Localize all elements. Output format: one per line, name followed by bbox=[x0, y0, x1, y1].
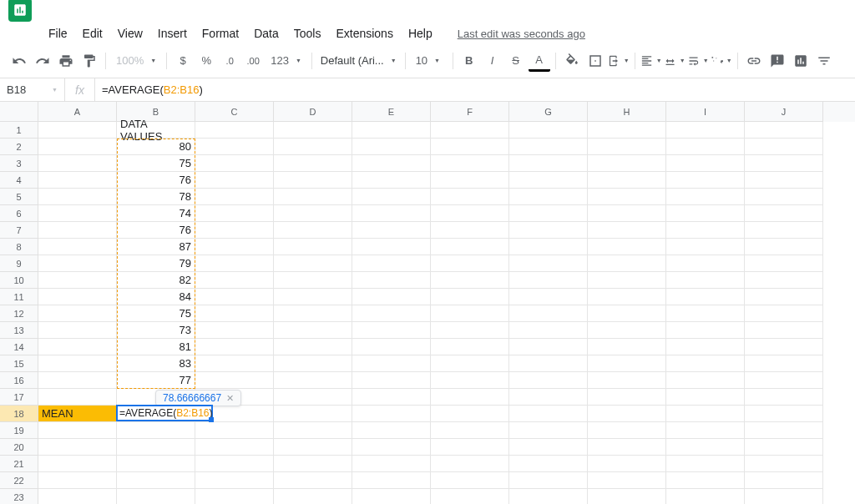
rotate-button[interactable] bbox=[711, 50, 732, 72]
cell-C10[interactable] bbox=[195, 272, 274, 289]
cell-F22[interactable] bbox=[431, 472, 509, 489]
col-header-J[interactable]: J bbox=[745, 102, 823, 122]
row-header-18[interactable]: 18 bbox=[0, 406, 38, 422]
cell-H2[interactable] bbox=[588, 139, 666, 155]
cell-I18[interactable] bbox=[666, 406, 745, 422]
cell-J21[interactable] bbox=[745, 456, 823, 472]
cell-G15[interactable] bbox=[509, 355, 588, 372]
borders-button[interactable] bbox=[584, 50, 606, 72]
cell-B21[interactable] bbox=[117, 456, 195, 472]
cell-I22[interactable] bbox=[666, 472, 745, 489]
cell-E7[interactable] bbox=[352, 222, 431, 239]
cell-E20[interactable] bbox=[352, 439, 431, 456]
cell-G3[interactable] bbox=[509, 155, 588, 172]
select-all-corner[interactable] bbox=[0, 102, 38, 122]
cell-I12[interactable] bbox=[666, 305, 745, 322]
cell-H15[interactable] bbox=[588, 355, 666, 372]
cell-I9[interactable] bbox=[666, 255, 745, 272]
grid[interactable]: DATA VALUES80757678747687798284757381837… bbox=[38, 122, 823, 504]
menu-view[interactable]: View bbox=[111, 23, 149, 43]
cell-A14[interactable] bbox=[38, 339, 117, 355]
decrease-decimal-button[interactable]: .0 bbox=[219, 50, 240, 72]
undo-button[interactable] bbox=[8, 50, 30, 72]
cell-F1[interactable] bbox=[431, 122, 509, 139]
cell-I11[interactable] bbox=[666, 289, 745, 305]
cell-H5[interactable] bbox=[588, 189, 666, 205]
cell-F20[interactable] bbox=[431, 439, 509, 456]
cell-B14[interactable]: 81 bbox=[117, 339, 195, 355]
cell-J3[interactable] bbox=[745, 155, 823, 172]
row-header-7[interactable]: 7 bbox=[0, 222, 38, 239]
cell-C5[interactable] bbox=[195, 189, 274, 205]
cell-A4[interactable] bbox=[38, 172, 117, 189]
cell-I2[interactable] bbox=[666, 139, 745, 155]
cell-B22[interactable] bbox=[117, 472, 195, 489]
merge-button[interactable] bbox=[608, 50, 630, 72]
zoom-select[interactable]: 100% bbox=[111, 54, 161, 67]
cell-D3[interactable] bbox=[274, 155, 352, 172]
cell-E16[interactable] bbox=[352, 372, 431, 389]
cell-G18[interactable] bbox=[509, 406, 588, 422]
menu-file[interactable]: File bbox=[42, 23, 74, 43]
cell-C16[interactable] bbox=[195, 372, 274, 389]
cell-B12[interactable]: 75 bbox=[117, 305, 195, 322]
cell-A12[interactable] bbox=[38, 305, 117, 322]
cell-F19[interactable] bbox=[431, 422, 509, 439]
cell-J16[interactable] bbox=[745, 372, 823, 389]
cell-F4[interactable] bbox=[431, 172, 509, 189]
cell-B13[interactable]: 73 bbox=[117, 322, 195, 339]
cell-G14[interactable] bbox=[509, 339, 588, 355]
cell-A21[interactable] bbox=[38, 456, 117, 472]
cell-B4[interactable]: 76 bbox=[117, 172, 195, 189]
cell-H12[interactable] bbox=[588, 305, 666, 322]
row-header-12[interactable]: 12 bbox=[0, 305, 38, 322]
cell-D2[interactable] bbox=[274, 139, 352, 155]
cell-B15[interactable]: 83 bbox=[117, 355, 195, 372]
cell-B11[interactable]: 84 bbox=[117, 289, 195, 305]
cell-A23[interactable] bbox=[38, 489, 117, 504]
cell-C22[interactable] bbox=[195, 472, 274, 489]
cell-H18[interactable] bbox=[588, 406, 666, 422]
cell-E23[interactable] bbox=[352, 489, 431, 504]
col-header-H[interactable]: H bbox=[588, 102, 666, 122]
cell-G22[interactable] bbox=[509, 472, 588, 489]
cell-I19[interactable] bbox=[666, 422, 745, 439]
cell-E19[interactable] bbox=[352, 422, 431, 439]
cell-F5[interactable] bbox=[431, 189, 509, 205]
cell-F13[interactable] bbox=[431, 322, 509, 339]
cell-D18[interactable] bbox=[274, 406, 352, 422]
cell-D14[interactable] bbox=[274, 339, 352, 355]
cell-D21[interactable] bbox=[274, 456, 352, 472]
cell-J8[interactable] bbox=[745, 239, 823, 255]
col-header-I[interactable]: I bbox=[666, 102, 745, 122]
cell-B16[interactable]: 77 bbox=[117, 372, 195, 389]
cell-C14[interactable] bbox=[195, 339, 274, 355]
cell-D19[interactable] bbox=[274, 422, 352, 439]
cell-A18[interactable]: MEAN bbox=[38, 406, 117, 422]
cell-E13[interactable] bbox=[352, 322, 431, 339]
cell-D10[interactable] bbox=[274, 272, 352, 289]
cell-F17[interactable] bbox=[431, 389, 509, 406]
cell-C11[interactable] bbox=[195, 289, 274, 305]
cell-C13[interactable] bbox=[195, 322, 274, 339]
cell-G21[interactable] bbox=[509, 456, 588, 472]
cell-C7[interactable] bbox=[195, 222, 274, 239]
cell-B19[interactable] bbox=[117, 422, 195, 439]
col-header-G[interactable]: G bbox=[509, 102, 588, 122]
row-header-3[interactable]: 3 bbox=[0, 155, 38, 172]
cell-C6[interactable] bbox=[195, 205, 274, 222]
cell-A9[interactable] bbox=[38, 255, 117, 272]
cell-E17[interactable] bbox=[352, 389, 431, 406]
cell-F16[interactable] bbox=[431, 372, 509, 389]
menu-help[interactable]: Help bbox=[402, 23, 439, 43]
cell-I10[interactable] bbox=[666, 272, 745, 289]
cell-G20[interactable] bbox=[509, 439, 588, 456]
cell-H22[interactable] bbox=[588, 472, 666, 489]
cell-I21[interactable] bbox=[666, 456, 745, 472]
increase-decimal-button[interactable]: .00 bbox=[242, 50, 264, 72]
cell-I13[interactable] bbox=[666, 322, 745, 339]
cell-D23[interactable] bbox=[274, 489, 352, 504]
cell-J6[interactable] bbox=[745, 205, 823, 222]
cell-I1[interactable] bbox=[666, 122, 745, 139]
cell-B7[interactable]: 76 bbox=[117, 222, 195, 239]
